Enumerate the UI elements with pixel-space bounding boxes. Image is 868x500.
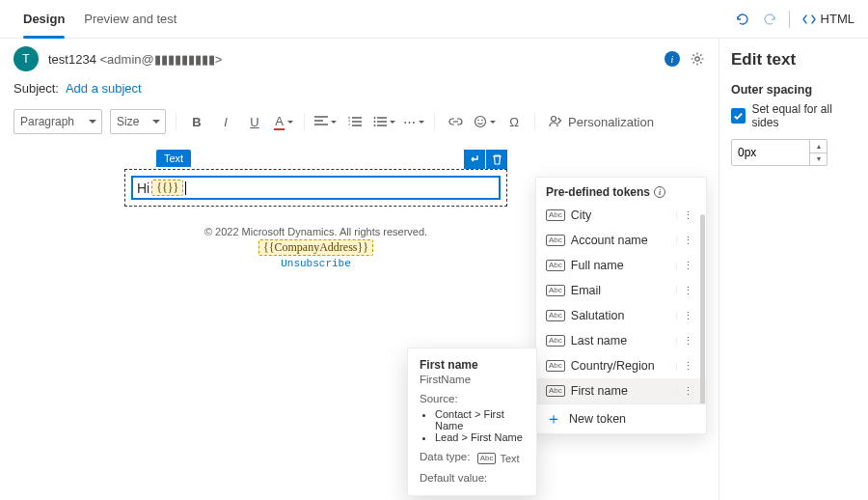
special-char-button[interactable]: Ω	[503, 110, 525, 133]
new-token-button[interactable]: ＋ New token	[536, 403, 706, 433]
block-delete-button[interactable]	[486, 150, 507, 169]
settings-button[interactable]	[690, 51, 705, 67]
link-button[interactable]	[445, 110, 466, 133]
plus-icon: ＋	[546, 413, 561, 425]
tokens-popover: Pre-defined tokens i Abc City ⋮ Abc Acco…	[535, 177, 707, 434]
token-label: Account name	[571, 234, 670, 247]
text-type-icon: Abc	[546, 360, 565, 372]
tokens-scrollbar[interactable]	[700, 214, 705, 403]
paragraph-select[interactable]: Paragraph	[14, 109, 102, 134]
redo-icon	[762, 12, 777, 27]
datatype-label: Data type:	[420, 451, 470, 462]
block-tag: Text	[156, 150, 191, 167]
personalization-button[interactable]: Personalization	[545, 115, 658, 129]
align-left-icon	[314, 116, 328, 127]
source-list: Contact > First Name Lead > First Name	[435, 408, 525, 443]
emoji-button[interactable]	[474, 110, 496, 133]
numbered-list-button[interactable]	[344, 110, 366, 133]
default-label: Default value:	[420, 472, 487, 484]
italic-button[interactable]: I	[215, 110, 236, 133]
format-toolbar: Paragraph Size B I U A ⋯	[0, 105, 719, 142]
company-address-token[interactable]: {{CompanyAddress}}	[258, 239, 373, 256]
token-placeholder[interactable]: {{}}	[151, 180, 183, 196]
sender-address: <admin@▮▮▮▮▮▮▮▮▮>	[100, 52, 223, 67]
editor-main: T test1234 <admin@▮▮▮▮▮▮▮▮▮> i Subject: …	[0, 39, 719, 500]
emoji-icon	[474, 115, 487, 128]
svg-point-3	[374, 125, 376, 126]
text-type-icon: Abc	[546, 285, 565, 296]
footer-copyright: © 2022 Microsoft Dynamics. All rights re…	[124, 226, 507, 237]
datatype-value: Text	[500, 453, 519, 464]
properties-panel: Edit text Outer spacing Set equal for al…	[719, 39, 868, 500]
token-label: Email	[571, 284, 670, 297]
align-button[interactable]	[314, 110, 337, 133]
token-item-account-name[interactable]: Abc Account name ⋮	[536, 228, 706, 253]
text-type-icon: Abc	[546, 260, 565, 271]
svg-point-5	[477, 120, 479, 122]
stepper-down[interactable]: ▾	[810, 153, 827, 166]
svg-point-6	[481, 120, 483, 122]
size-select[interactable]: Size	[110, 109, 166, 134]
tab-design[interactable]: Design	[14, 0, 74, 39]
token-item-full-name[interactable]: Abc Full name ⋮	[536, 253, 706, 278]
text-type-icon: Abc	[477, 453, 497, 464]
token-item-last-name[interactable]: Abc Last name ⋮	[536, 328, 706, 353]
token-item-country[interactable]: Abc Country/Region ⋮	[536, 353, 706, 378]
font-color-button[interactable]: A	[273, 110, 294, 133]
text-type-icon: Abc	[546, 209, 565, 221]
token-detail-popover: First name FirstName Source: Contact > F…	[407, 347, 537, 496]
source-label: Source:	[420, 393, 525, 404]
token-code: FirstName	[420, 374, 525, 385]
bullet-list-button[interactable]	[373, 110, 395, 133]
text-content[interactable]: Hi {{}}	[131, 176, 501, 200]
bold-button[interactable]: B	[186, 110, 207, 133]
sender-name: test1234	[48, 52, 96, 67]
subject-link[interactable]: Add a subject	[66, 81, 142, 96]
spacing-field[interactable]	[732, 140, 809, 165]
token-item-first-name[interactable]: Abc First name ⋮	[536, 378, 706, 403]
token-item-email[interactable]: Abc Email ⋮	[536, 278, 706, 303]
token-more-button[interactable]: ⋮	[676, 362, 696, 370]
underline-button[interactable]: U	[244, 110, 265, 133]
html-view-button[interactable]: HTML	[801, 12, 854, 27]
tokens-list: Abc City ⋮ Abc Account name ⋮ Abc Full n…	[536, 203, 706, 403]
top-bar: Design Preview and test HTML	[0, 0, 868, 39]
datatype-row: Data type: AbcText	[420, 451, 525, 464]
ul-icon	[373, 116, 387, 127]
panel-title: Edit text	[731, 50, 858, 69]
ol-icon	[348, 116, 362, 127]
token-more-button[interactable]: ⋮	[676, 262, 696, 269]
tokens-info-icon[interactable]: i	[654, 186, 665, 198]
undo-button[interactable]	[735, 12, 750, 27]
token-more-button[interactable]: ⋮	[676, 312, 696, 319]
tab-preview[interactable]: Preview and test	[74, 0, 186, 39]
sender-text: test1234 <admin@▮▮▮▮▮▮▮▮▮>	[48, 52, 222, 67]
info-icon[interactable]: i	[665, 51, 680, 67]
token-item-salutation[interactable]: Abc Salutation ⋮	[536, 303, 706, 328]
subject-label: Subject:	[14, 81, 59, 96]
html-label: HTML	[821, 12, 854, 26]
tokens-header: Pre-defined tokens i	[536, 178, 706, 203]
token-item-city[interactable]: Abc City ⋮	[536, 203, 706, 228]
redo-button[interactable]	[762, 12, 777, 27]
new-token-label: New token	[569, 412, 626, 426]
svg-point-2	[374, 121, 376, 123]
token-more-button[interactable]: ⋮	[676, 236, 696, 244]
token-more-button[interactable]: ⋮	[676, 287, 696, 294]
unsubscribe-link[interactable]: Unsubscribe	[124, 258, 507, 269]
undo-icon	[735, 12, 750, 27]
more-text-button[interactable]: ⋯	[403, 110, 424, 133]
token-more-button[interactable]: ⋮	[676, 337, 696, 345]
text-block[interactable]: Text Hi {{}}	[124, 169, 507, 207]
link-icon	[448, 117, 463, 126]
stepper-up[interactable]: ▴	[810, 140, 827, 153]
block-return-button[interactable]	[464, 150, 485, 169]
equal-sides-checkbox[interactable]: Set equal for all sides	[731, 102, 858, 129]
svg-point-0	[695, 57, 699, 61]
checkbox-label: Set equal for all sides	[751, 102, 858, 129]
token-more-button[interactable]: ⋮	[676, 211, 696, 219]
token-label: Country/Region	[571, 359, 670, 373]
text-type-icon: Abc	[546, 385, 565, 397]
token-more-button[interactable]: ⋮	[676, 387, 696, 395]
spacing-input[interactable]: ▴ ▾	[731, 139, 827, 166]
